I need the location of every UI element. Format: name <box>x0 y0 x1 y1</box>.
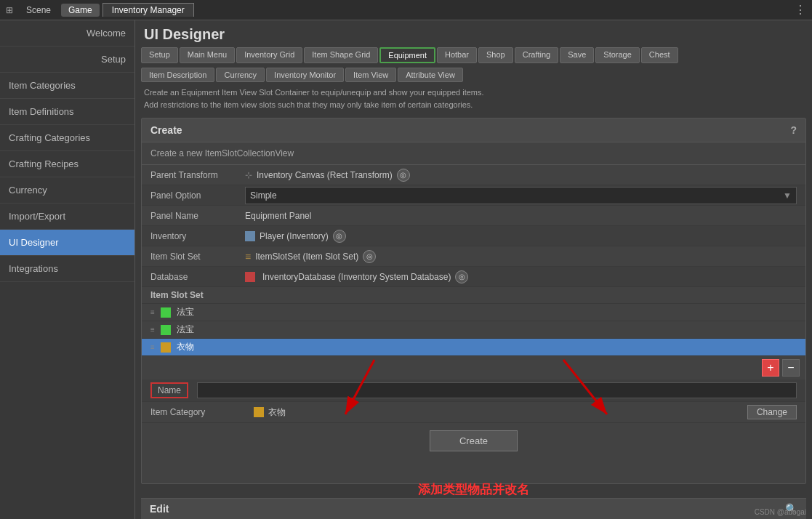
parent-transform-label: Parent Transform <box>150 170 245 180</box>
parent-transform-text: Inventory Canvas (Rect Transform) <box>257 170 393 180</box>
sidebar-item-item-categories[interactable]: Item Categories <box>0 73 134 99</box>
main-layout: Welcome Setup Item Categories Item Defin… <box>0 20 812 519</box>
database-text: InventoryDatabase (Inventory System Data… <box>262 272 451 282</box>
tab-chest[interactable]: Chest <box>641 47 678 63</box>
tab-inventory-grid[interactable]: Inventory Grid <box>236 47 302 63</box>
inventory-picker[interactable]: ◎ <box>333 230 346 243</box>
create-button[interactable]: Create <box>430 430 518 451</box>
tab-save[interactable]: Save <box>560 47 594 63</box>
slot-name-2: 衣物 <box>177 341 797 353</box>
description-text: Create an Equipment Item View Slot Conta… <box>135 84 812 113</box>
item-slot-set-row: Item Slot Set ≡ ItemSlotSet (Item Slot S… <box>142 246 805 267</box>
tab-item-view[interactable]: Item View <box>345 68 396 82</box>
tab-item-description[interactable]: Item Description <box>141 68 214 82</box>
dropdown-arrow-icon: ▼ <box>783 190 792 201</box>
panel-name-label: Panel Name <box>150 211 245 221</box>
tab-hotbar[interactable]: Hotbar <box>437 47 477 63</box>
tab-setup[interactable]: Setup <box>141 47 178 63</box>
item-slot-set-text: ItemSlotSet (Item Slot Set) <box>255 252 358 262</box>
slot-row-0[interactable]: ≡ 法宝 <box>142 304 805 321</box>
sidebar-item-crafting-recipes[interactable]: Crafting Recipes <box>0 151 134 177</box>
sidebar-item-integrations[interactable]: Integrations <box>0 256 134 282</box>
add-slot-button[interactable]: + <box>762 359 779 377</box>
parent-transform-row: Parent Transform ⊹ Inventory Canvas (Rec… <box>142 165 805 185</box>
inventory-manager-tab[interactable]: Inventory Manager <box>102 3 194 17</box>
panel-option-label: Panel Option <box>150 190 245 201</box>
tab-main-menu[interactable]: Main Menu <box>180 47 235 63</box>
panel-option-dropdown[interactable]: Simple ▼ <box>245 187 797 204</box>
tab-crafting[interactable]: Crafting <box>515 47 559 63</box>
edit-bar: Edit 🔍 <box>141 498 806 519</box>
sidebar-item-ui-designer[interactable]: UI Designer <box>0 230 134 256</box>
parent-transform-picker[interactable]: ◎ <box>397 169 410 182</box>
inventory-label: Inventory <box>150 231 245 241</box>
inventory-row: Inventory Player (Inventory) ◎ <box>142 226 805 246</box>
slot-row-2[interactable]: ≡ 衣物 <box>142 339 805 356</box>
tab-shop[interactable]: Shop <box>478 47 513 63</box>
tab-storage[interactable]: Storage <box>595 47 640 63</box>
item-category-label: Item Category <box>150 407 245 417</box>
sidebar-item-welcome[interactable]: Welcome <box>0 20 134 47</box>
tab-item-shape-grid[interactable]: Item Shape Grid <box>304 47 378 63</box>
name-input[interactable] <box>197 382 797 398</box>
sidebar-item-import-export[interactable]: Import/Export <box>0 204 134 230</box>
game-tab[interactable]: Game <box>61 4 100 17</box>
item-category-value: 衣物 Change <box>254 405 797 419</box>
create-btn-row: Create <box>142 423 805 459</box>
sidebar-item-item-definitions[interactable]: Item Definitions <box>0 99 134 125</box>
panel-name-row: Panel Name Equipment Panel <box>142 206 805 226</box>
edit-label: Edit <box>150 503 169 515</box>
content-area: UI Designer Setup Main Menu Inventory Gr… <box>135 20 812 519</box>
tab-equipment[interactable]: Equipment <box>379 47 435 63</box>
sidebar-item-currency[interactable]: Currency <box>0 177 134 204</box>
slot-row-1[interactable]: ≡ 法宝 <box>142 321 805 339</box>
form-section: Parent Transform ⊹ Inventory Canvas (Rec… <box>142 165 805 287</box>
item-slot-set-label: Item Slot Set <box>150 252 245 262</box>
database-picker[interactable]: ◎ <box>455 270 468 283</box>
scene-icon: ⊞ <box>6 5 13 15</box>
database-value: InventoryDatabase (Inventory System Data… <box>245 270 797 283</box>
create-subtitle: Create a new ItemSlotCollectionView <box>142 142 805 165</box>
create-panel: Create ? Create a new ItemSlotCollection… <box>141 118 806 484</box>
tab-attribute-view[interactable]: Attribute View <box>398 68 463 82</box>
panel-option-value[interactable]: Simple ▼ <box>245 187 797 204</box>
item-slot-set-value: ≡ ItemSlotSet (Item Slot Set) ◎ <box>245 250 797 263</box>
panel-name-text: Equipment Panel <box>245 211 311 221</box>
database-icon <box>245 272 255 282</box>
slot-color-2 <box>161 342 171 353</box>
inventory-value: Player (Inventory) ◎ <box>245 230 797 243</box>
slot-name-1: 法宝 <box>177 323 797 336</box>
sidebar-item-setup[interactable]: Setup <box>0 47 134 73</box>
panel-option-row: Panel Option Simple ▼ <box>142 185 805 206</box>
slot-set-section-header: Item Slot Set <box>142 287 805 304</box>
kebab-menu[interactable]: ⋮ <box>795 3 806 17</box>
change-button[interactable]: Change <box>747 405 797 419</box>
item-slot-set-picker[interactable]: ◎ <box>363 250 376 263</box>
tab-bar-row2: Item Description Currency Inventory Moni… <box>135 66 812 84</box>
slot-actions: + − <box>142 356 805 379</box>
item-category-row: Item Category 衣物 Change <box>142 402 805 423</box>
slot-color-0 <box>161 307 171 318</box>
ui-designer-title: UI Designer <box>135 20 812 46</box>
help-icon[interactable]: ? <box>790 124 797 136</box>
item-category-icon <box>254 407 264 417</box>
top-bar: ⊞ Scene Game Inventory Manager ⋮ <box>0 0 812 20</box>
annotation-text: 添加类型物品并改名 <box>418 483 529 496</box>
remove-slot-button[interactable]: − <box>782 359 800 377</box>
tab-inventory-monitor[interactable]: Inventory Monitor <box>266 68 344 82</box>
name-label: Name <box>150 382 188 398</box>
parent-transform-value: ⊹ Inventory Canvas (Rect Transform) ◎ <box>245 169 797 182</box>
database-label: Database <box>150 272 245 282</box>
sidebar-item-crafting-categories[interactable]: Crafting Categories <box>0 125 134 151</box>
slot-set-icon: ≡ <box>245 251 251 262</box>
inventory-text: Player (Inventory) <box>260 231 329 241</box>
slot-color-1 <box>161 325 171 335</box>
database-row: Database InventoryDatabase (Inventory Sy… <box>142 267 805 287</box>
transform-icon: ⊹ <box>245 170 252 180</box>
slot-name-0: 法宝 <box>177 306 797 318</box>
tab-currency[interactable]: Currency <box>216 68 265 82</box>
item-category-text: 衣物 <box>268 406 743 419</box>
tab-bar-row1: Setup Main Menu Inventory Grid Item Shap… <box>135 46 812 65</box>
name-field-row: Name <box>142 379 805 402</box>
scene-tab[interactable]: Scene <box>19 4 58 17</box>
